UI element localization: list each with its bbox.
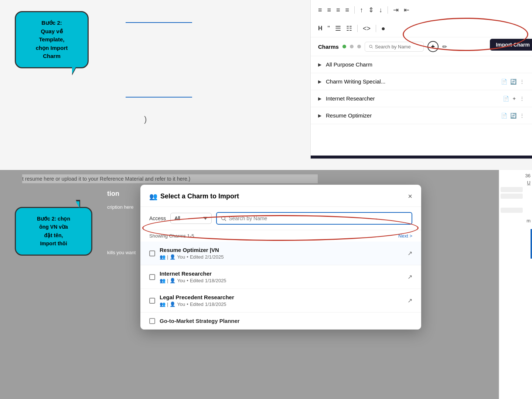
heading-icon[interactable]: H <box>318 25 323 32</box>
meta-date: 1/18/2025 <box>205 278 226 283</box>
modal-charm-list: Resume Optimizer |VN 👥 | 👤 You • Edited … <box>140 242 421 330</box>
svg-line-1 <box>372 47 373 48</box>
right-panel-partial: 36 U m <box>499 170 532 399</box>
item-title: Legal Precedent Researcher <box>160 294 403 300</box>
code-icon[interactable]: <> <box>363 25 371 33</box>
external-link-icon[interactable]: ↗ <box>407 273 412 280</box>
user-icon: 👤 <box>170 254 175 260</box>
charms-header: Charms Search by Name + ✏ Import Charm <box>311 37 532 56</box>
list-item[interactable]: Go-to-Market Strategy Planner <box>140 313 421 330</box>
charm-actions: 📄 🔄 ⋮ <box>501 113 525 119</box>
checkbox[interactable] <box>149 274 155 280</box>
right-line-3 <box>501 208 523 213</box>
showing-count: Showing Charms 1-5 <box>149 233 194 239</box>
search-icon <box>369 44 373 49</box>
close-button[interactable]: × <box>408 192 412 201</box>
doc-icon[interactable]: 📄 <box>501 113 507 119</box>
expand-icon: ▶ <box>318 79 321 84</box>
access-label: Access <box>149 215 166 221</box>
status-dot-green <box>342 45 346 48</box>
ordered-list-icon[interactable]: ☷ <box>346 24 352 33</box>
item-title: Internet Researcher <box>160 270 403 277</box>
align-left-icon[interactable]: ≡ <box>318 6 322 14</box>
checkbox[interactable] <box>149 318 155 324</box>
add-charm-button[interactable]: + <box>427 41 439 52</box>
item-meta: 👥 | 👤 You • Edited 1/18/2025 <box>160 278 403 283</box>
item-meta: 👥 | 👤 You • Edited 1/18/2025 <box>160 301 403 307</box>
doc-icon[interactable]: 📄 <box>503 96 509 102</box>
blue-underline-2 <box>126 97 192 98</box>
user-icon: 👤 <box>170 301 175 307</box>
list-item[interactable]: Internet Researcher 👥 | 👤 You • Edited 1… <box>140 265 421 289</box>
bullet-list-icon[interactable]: ☰ <box>335 24 341 33</box>
arrow-up-icon[interactable]: ↑ <box>360 6 363 14</box>
charm-list: ▶ All Purpose Charm ▶ Charm Writing Spec… <box>311 56 532 124</box>
import-charm-button[interactable]: Import Charm <box>490 39 532 51</box>
next-button[interactable]: Next > <box>398 233 412 239</box>
more-icon[interactable]: ⋮ <box>519 113 525 119</box>
charms-title: Charms <box>318 44 339 50</box>
modal-header: 👥 Select a Charm to Import × <box>140 185 421 207</box>
list-item[interactable]: ▶ Internet Researcher 📄 ✦ ⋮ <box>311 90 532 107</box>
charm-name: Charm Writing Special... <box>326 78 497 85</box>
star-icon[interactable]: ✦ <box>512 96 516 102</box>
refresh-icon[interactable]: 🔄 <box>510 113 516 119</box>
more-icon[interactable]: ⋮ <box>519 96 525 102</box>
select-charm-modal: 👥 Select a Charm to Import × Access All … <box>140 185 421 330</box>
edit-charm-button[interactable]: ✏ <box>442 43 447 50</box>
expand-icon: ▶ <box>318 113 321 118</box>
align-center-icon[interactable]: ≡ <box>327 6 331 14</box>
sep4 <box>376 25 376 32</box>
charms-search[interactable]: Search by Name <box>365 42 424 52</box>
charm-name: Internet Researcher <box>326 95 498 102</box>
outdent-icon[interactable]: ⇤ <box>404 6 409 14</box>
right-label-u: U <box>501 180 531 185</box>
arrow-down-icon[interactable]: ↓ <box>379 6 382 14</box>
meta-action: Edited <box>190 301 204 307</box>
refresh-icon[interactable]: 🔄 <box>510 79 516 85</box>
checkbox[interactable] <box>149 250 155 256</box>
align-justify-icon[interactable]: ≡ <box>345 6 349 14</box>
list-item[interactable]: ▶ Charm Writing Special... 📄 🔄 ⋮ <box>311 73 532 90</box>
doc-icon[interactable]: 📄 <box>501 79 507 85</box>
status-dot-gray1 <box>350 45 354 48</box>
sep2 <box>388 6 388 14</box>
bg-text: t resume here or upload it to your Refer… <box>22 174 318 183</box>
meta-dot: • <box>187 254 188 260</box>
list-item[interactable]: Resume Optimizer |VN 👥 | 👤 You • Edited … <box>140 242 421 265</box>
meta-user: You <box>177 278 185 283</box>
align-right-icon[interactable]: ≡ <box>336 6 340 14</box>
bullet-icon[interactable]: ● <box>381 25 385 33</box>
list-item[interactable]: ▶ Resume Optimizer 📄 🔄 ⋮ <box>311 107 532 124</box>
access-select[interactable]: All My Charms Shared <box>170 213 212 224</box>
meta-action: Edited <box>190 278 204 283</box>
arrow-updown-icon[interactable]: ⇕ <box>368 6 374 14</box>
meta-sep: | <box>167 278 168 283</box>
external-link-icon[interactable]: ↗ <box>407 297 412 304</box>
list-item[interactable]: Legal Precedent Researcher 👥 | 👤 You • E… <box>140 289 421 313</box>
right-label-36: 36 <box>501 173 531 178</box>
editor-lines <box>126 22 192 98</box>
item-title: Go-to-Market Strategy Planner <box>160 318 412 324</box>
indent-icon[interactable]: ⇥ <box>393 6 399 14</box>
user-icon: 👤 <box>170 278 175 283</box>
checkbox[interactable] <box>149 298 155 304</box>
meta-dot: • <box>187 301 188 307</box>
item-content: Internet Researcher 👥 | 👤 You • Edited 1… <box>160 270 403 283</box>
search-input[interactable] <box>216 212 412 225</box>
quote-icon[interactable]: " <box>328 25 330 33</box>
bottom-section: t resume here or upload it to your Refer… <box>0 170 532 399</box>
sep3 <box>357 25 358 32</box>
top-section: Bước 2: Quay về Template, chọn Import Ch… <box>0 0 532 170</box>
blue-underline-1 <box>126 22 192 23</box>
item-meta: 👥 | 👤 You • Edited 2/1/2025 <box>160 254 403 260</box>
scroll-indicator[interactable] <box>531 229 532 259</box>
external-link-icon[interactable]: ↗ <box>407 250 412 257</box>
meta-sep: | <box>167 254 168 260</box>
list-item[interactable]: ▶ All Purpose Charm <box>311 56 532 73</box>
meta-sep: | <box>167 301 168 307</box>
group-icon: 👥 <box>160 278 166 283</box>
bubble-step2-top: Bước 2: Quay về Template, chọn Import Ch… <box>15 11 89 68</box>
more-icon[interactable]: ⋮ <box>519 79 525 85</box>
people-icon: 👥 <box>149 192 157 201</box>
